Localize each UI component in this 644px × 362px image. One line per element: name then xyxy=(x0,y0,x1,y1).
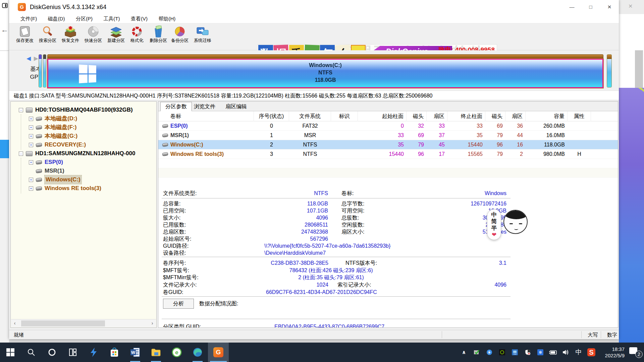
ime-toolbar[interactable]: 中 简 半 ❤ xyxy=(487,209,501,240)
tree-item-windows-c[interactable]: + Windows(C:) xyxy=(11,175,156,184)
search-icon xyxy=(41,25,54,38)
app-file-explorer-icon[interactable] xyxy=(146,343,166,362)
tray-update-check-icon[interactable] xyxy=(470,343,483,362)
recover-files-icon xyxy=(64,25,77,38)
app-flash-icon[interactable] xyxy=(83,343,104,362)
expand-icon[interactable]: + xyxy=(29,178,33,182)
menu-tools[interactable]: 工具(T) xyxy=(99,14,124,23)
tray-power-plug-icon[interactable] xyxy=(547,343,559,362)
close-button[interactable]: ✕ xyxy=(600,0,619,14)
partition-icon xyxy=(36,169,42,173)
ime-simplified-indicator[interactable]: 简 xyxy=(487,218,501,225)
system-migration-button[interactable]: 系统迁移 xyxy=(192,25,214,49)
expand-icon[interactable]: + xyxy=(29,160,33,165)
menu-file[interactable]: 文件(F) xyxy=(16,14,42,23)
disk-nav-arrows[interactable]: ◀ ▶ xyxy=(26,55,38,62)
delete-partition-button[interactable]: 删除分区 xyxy=(147,25,169,49)
cortana-button[interactable] xyxy=(42,343,62,362)
background-window-body xyxy=(0,158,9,343)
tree-item-esp[interactable]: + ESP(0) xyxy=(11,158,156,167)
tray-volume-icon[interactable] xyxy=(559,343,572,362)
collapse-icon[interactable]: - xyxy=(19,108,23,112)
tree-item-hd1[interactable]: - HD1:SAMSUNGMZNLN128HAHQ-000 xyxy=(11,149,156,158)
search-partition-button[interactable]: 搜索分区 xyxy=(37,25,59,49)
app-store-icon[interactable] xyxy=(104,343,125,362)
desktop-wallpaper xyxy=(619,88,644,343)
expand-icon[interactable]: + xyxy=(29,143,33,147)
menu-partition[interactable]: 分区(P) xyxy=(71,14,97,23)
partition-icon xyxy=(36,125,42,129)
tray-thunder-icon[interactable] xyxy=(483,343,496,362)
task-view-icon xyxy=(68,348,77,357)
tray-intel-graphics-icon[interactable]: intel xyxy=(508,343,521,362)
expand-icon[interactable]: + xyxy=(29,186,33,191)
tree-item-msr[interactable]: MSR(1) xyxy=(11,167,156,175)
app-word-icon[interactable]: W xyxy=(125,343,146,362)
expand-icon[interactable]: + xyxy=(29,134,33,138)
heart-icon[interactable]: ❤ xyxy=(487,232,501,238)
notification-badge: 2 xyxy=(635,351,643,358)
prev-disk-icon[interactable]: ◀ xyxy=(26,55,31,62)
partition-detail-panel: 分区参数 浏览文件 扇区编辑 卷标 序号(状态) 文件系统 标识 起始柱面 磁头… xyxy=(158,101,618,328)
tree-item-local-d[interactable]: + 本地磁盘(D:) xyxy=(11,114,156,123)
maximize-button[interactable]: □ xyxy=(581,0,600,14)
ime-halfwidth-indicator[interactable]: 半 xyxy=(487,225,501,232)
tree-item-local-g[interactable]: + 本地磁盘(G:) xyxy=(11,132,156,140)
msr-partition-bar[interactable] xyxy=(43,54,46,87)
next-disk-icon[interactable]: ▶ xyxy=(34,55,38,62)
expand-icon[interactable]: + xyxy=(29,125,33,130)
taskbar-search-button[interactable] xyxy=(21,343,42,362)
windows-start-icon xyxy=(6,348,15,357)
tree-horizontal-scrollbar[interactable]: ‹ › xyxy=(11,319,156,327)
menubar: 文件(F) 磁盘(D) 分区(P) 工具(T) 查看(V) 帮助(H) xyxy=(9,14,619,23)
expand-icon[interactable]: + xyxy=(29,117,33,121)
tree-item-local-f[interactable]: + 本地磁盘(F:) xyxy=(11,123,156,132)
start-button[interactable] xyxy=(0,343,21,362)
disk-info-bar: 磁盘1 接口:SATA 型号:SAMSUNGMZNLN128HAHQ-000H1… xyxy=(9,90,619,100)
tree-item-windows-re[interactable]: + Windows RE tools(3) xyxy=(11,184,156,193)
window-title: DiskGenius V5.4.3.1342 x64 xyxy=(30,0,106,14)
app-browser-360-icon[interactable]: e xyxy=(166,343,187,362)
scroll-left-icon[interactable]: ‹ xyxy=(11,319,18,327)
collapse-icon[interactable]: - xyxy=(19,152,23,156)
caps-lock-indicator: 大写 xyxy=(583,330,602,339)
new-partition-button[interactable]: 新建分区 xyxy=(105,25,127,49)
separator xyxy=(162,198,511,198)
minimize-button[interactable]: — xyxy=(562,0,581,14)
tray-nvidia-icon[interactable] xyxy=(496,343,508,362)
windows-partition-bar-selected[interactable]: Windows(C:) NTFS 118.0GB xyxy=(47,54,603,88)
tray-show-hidden-icons[interactable]: ∧ xyxy=(458,343,470,362)
svg-text:intel: intel xyxy=(513,353,516,355)
app-edge-icon[interactable] xyxy=(187,343,208,362)
taskbar-clock[interactable]: 18:37 2022/5/9 xyxy=(598,346,627,359)
separator xyxy=(162,257,511,257)
tree-item-recovery-e[interactable]: + RECOVERY(E:) xyxy=(11,140,156,149)
svg-text:e: e xyxy=(175,349,178,356)
backup-partition-button[interactable]: 备份分区 xyxy=(169,25,191,49)
scroll-right-icon[interactable]: › xyxy=(149,319,156,327)
app-diskgenius-icon-active[interactable]: G xyxy=(208,343,229,362)
format-button[interactable]: 格式化 xyxy=(126,25,148,49)
diskgenius-window: G DiskGenius V5.4.3.1342 x64 — □ ✕ 文件(F)… xyxy=(9,0,619,339)
save-changes-button[interactable]: 保存更改 xyxy=(14,25,36,49)
task-view-button[interactable] xyxy=(62,343,83,362)
tray-security-shield-icon[interactable] xyxy=(521,343,534,362)
recovery-partition-bar[interactable] xyxy=(607,54,612,87)
tray-ime-indicator[interactable]: 中 xyxy=(572,343,585,362)
titlebar[interactable]: G DiskGenius V5.4.3.1342 x64 — □ ✕ xyxy=(9,0,619,14)
esp-partition-bar[interactable] xyxy=(39,54,42,87)
tray-sogou-icon[interactable]: S xyxy=(585,343,598,362)
menu-help[interactable]: 帮助(H) xyxy=(154,14,180,23)
analyze-button[interactable]: 分析 xyxy=(163,299,194,309)
tree-item-hd0[interactable]: - HD0:TOSHIBAMQ04ABF100(932GB) xyxy=(11,106,156,114)
quick-partition-button[interactable]: 快速分区 xyxy=(82,25,104,49)
notification-center-button[interactable]: 2 xyxy=(627,343,644,362)
ime-lang-indicator[interactable]: 中 xyxy=(487,212,501,218)
menu-view[interactable]: 查看(V) xyxy=(126,14,152,23)
partition-icon xyxy=(36,134,42,138)
recover-files-button[interactable]: 恢复文件 xyxy=(59,25,82,49)
tray-snowflake-icon[interactable]: ❄ xyxy=(534,343,547,362)
menu-disk[interactable]: 磁盘(D) xyxy=(43,14,70,23)
data-allocation-label: 数据分配情况图: xyxy=(199,299,238,309)
scrollbar-thumb[interactable] xyxy=(21,320,105,326)
